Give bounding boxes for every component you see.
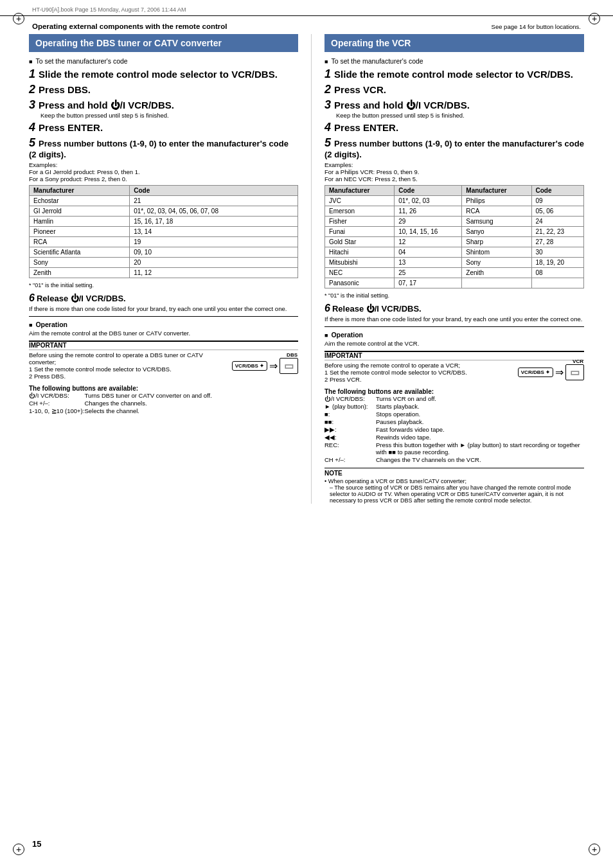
- corner-mark-tl: [13, 13, 24, 24]
- list-item: ⏻/I VCR/DBS:Turns VCR on and off.: [324, 395, 584, 403]
- left-footnote: * "01" is the initial setting.: [29, 282, 298, 288]
- table-row: Echostar21: [30, 196, 298, 206]
- list-item: ■■:Pauses playback.: [324, 418, 584, 426]
- right-examples: Examples: For a Philips VCR: Press 0, th…: [324, 161, 584, 182]
- left-step-3: 3 Press and hold ⏻/I VCR/DBS. Keep the b…: [29, 98, 298, 119]
- table-row: Fisher29Samsung24: [325, 217, 584, 227]
- table-row: Scientific Atlanta09, 10: [30, 247, 298, 258]
- table-row: JVC01*, 02, 03Philips09: [325, 196, 584, 206]
- right-step-6: 6 Release ⏻/I VCR/DBS. If there is more …: [324, 303, 584, 323]
- table-row: Hamlin15, 16, 17, 18: [30, 217, 298, 227]
- table-row: Mitsubishi13Sony18, 19, 20: [325, 258, 584, 268]
- right-operation-text: Aim the remote control at the VCR.: [324, 340, 584, 347]
- left-column: Operating the DBS tuner or CATV converte…: [29, 34, 312, 504]
- left-step-1: 1 Slide the remote control mode selector…: [29, 67, 298, 81]
- page-header: HT-U90[A].book Page 15 Monday, August 7,…: [0, 0, 613, 16]
- list-item: 1-10, 0, ≧10 (100+):Selects the channel.: [29, 407, 298, 415]
- table-row: Gold Star12Sharp27, 28: [325, 237, 584, 247]
- table-row: Zenith11, 12: [30, 268, 298, 278]
- page-button-location-ref: See page 14 for button locations.: [492, 23, 581, 30]
- right-step-3: 3 Press and hold ⏻/I VCR/DBS. Keep the b…: [324, 98, 584, 119]
- right-column: Operating the VCR To set the manufacture…: [312, 34, 584, 504]
- left-examples: Examples: For a GI Jerrold product: Pres…: [29, 161, 298, 182]
- left-section-header: Operating the DBS tuner or CATV converte…: [29, 34, 298, 52]
- corner-mark-tr: [589, 13, 600, 24]
- left-diagram: VCR/DBS ✦ ⇒ DBS ▭: [232, 351, 298, 380]
- left-step-2: 2 Press DBS.: [29, 83, 298, 96]
- list-item: ⏻/I VCR/DBS:Turns DBS tuner or CATV conv…: [29, 392, 298, 400]
- right-set-code-label: To set the manufacturer's code: [324, 57, 584, 65]
- left-important-box: IMPORTANT Before using the remote contro…: [29, 341, 298, 380]
- right-step-1: 1 Slide the remote control mode selector…: [324, 67, 584, 81]
- left-divider: [29, 316, 298, 317]
- page-section-title: Operating external components with the r…: [32, 22, 227, 30]
- main-content: Operating the DBS tuner or CATV converte…: [0, 34, 613, 504]
- right-step-5: 5 Press number buttons (1-9, 0) to enter…: [324, 136, 584, 159]
- list-item: ◀◀:Rewinds video tape.: [324, 434, 584, 441]
- left-manufacturer-table: Manufacturer Code Echostar21GI Jerrold01…: [29, 185, 298, 278]
- table-row: Panasonic07, 17: [325, 278, 584, 288]
- left-set-code-label: To set the manufacturer's code: [29, 57, 298, 65]
- list-item: ► (play button):Starts playback.: [324, 403, 584, 411]
- left-step-5: 5 Press number buttons (1-9, 0) to enter…: [29, 136, 298, 159]
- right-note-box: NOTE • When operating a VCR or DBS tuner…: [324, 468, 584, 504]
- list-item: REC:Press this button together with ► (p…: [324, 441, 584, 456]
- right-operation-label: Operation: [324, 331, 584, 339]
- table-row: NEC25Zenith08: [325, 268, 584, 278]
- left-operation-label: Operation: [29, 321, 298, 328]
- right-important-box: IMPORTANT Before using the remote contro…: [324, 351, 584, 383]
- header-file: HT-U90[A].book Page 15 Monday, August 7,…: [32, 6, 186, 13]
- table-row: Sony20: [30, 258, 298, 268]
- list-item: ■:Stops operation.: [324, 411, 584, 418]
- left-operation-text: Aim the remote control at the DBS tuner …: [29, 330, 298, 337]
- left-step-6: 6 Release ⏻/I VCR/DBS. If there is more …: [29, 292, 298, 312]
- right-step-4: 4 Press ENTER.: [324, 121, 584, 134]
- table-row: Emerson11, 26RCA05, 06: [325, 206, 584, 217]
- right-divider: [324, 326, 584, 327]
- list-item: CH +/–:Changes the TV channels on the VC…: [324, 456, 584, 464]
- table-row: Hitachi04Shintom30: [325, 247, 584, 258]
- right-section-header: Operating the VCR: [324, 34, 584, 52]
- corner-mark-br: [589, 844, 600, 855]
- table-row: GI Jerrold01*, 02, 03, 04, 05, 06, 07, 0…: [30, 206, 298, 217]
- list-item: ▶▶:Fast forwards video tape.: [324, 426, 584, 434]
- page-number: 15: [32, 839, 41, 849]
- list-item: CH +/–:Changes the channels.: [29, 400, 298, 407]
- right-manufacturer-table: Manufacturer Code Manufacturer Code JVC0…: [324, 185, 584, 288]
- right-following-buttons: The following buttons are available: ⏻/I…: [324, 388, 584, 464]
- corner-mark-bl: [13, 844, 24, 855]
- table-row: Funai10, 14, 15, 16Sanyo21, 22, 23: [325, 227, 584, 237]
- table-row: RCA19: [30, 237, 298, 247]
- table-row: Pioneer13, 14: [30, 227, 298, 237]
- left-following-buttons: The following buttons are available: ⏻/I…: [29, 385, 298, 415]
- right-footnote: * "01" is the initial setting.: [324, 292, 584, 299]
- left-step-4: 4 Press ENTER.: [29, 121, 298, 134]
- right-step-2: 2 Press VCR.: [324, 83, 584, 96]
- right-diagram: VCR/DBS ✦ ⇒ VCR ▭: [518, 362, 584, 383]
